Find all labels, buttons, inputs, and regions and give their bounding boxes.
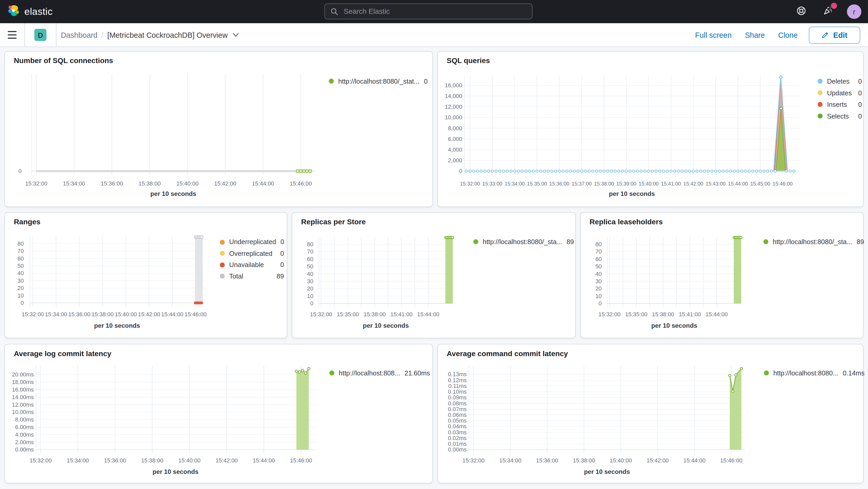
edit-button[interactable]: Edit	[809, 26, 861, 43]
menu-icon[interactable]	[8, 31, 17, 39]
newsfeed-button[interactable]	[820, 4, 835, 19]
breadcrumb-dashboard[interactable]: Dashboard	[61, 31, 97, 39]
svg-text:2,000: 2,000	[448, 157, 462, 163]
legend-value: 21.60ms	[400, 369, 430, 377]
legend-item[interactable]: http://localhost:808...21.60ms	[330, 367, 429, 379]
toolbar-actions: Full screen Share Clone Edit	[688, 26, 861, 43]
chevron-down-icon[interactable]	[233, 32, 240, 37]
legend-item[interactable]: http://localhost:8080/_sta...89	[473, 236, 570, 248]
svg-text:80: 80	[18, 241, 24, 247]
legend-value: 0	[420, 78, 428, 85]
clone-button[interactable]: Clone	[771, 31, 804, 39]
full-screen-button[interactable]: Full screen	[688, 31, 738, 39]
svg-text:0: 0	[21, 300, 24, 306]
svg-text:15:46:00: 15:46:00	[184, 311, 207, 317]
legend-value: 0	[854, 112, 862, 120]
legend-item[interactable]: Deletes0	[818, 75, 862, 87]
panel-replicas-per-store: Replicas per Store 8070605040302010015:3…	[292, 212, 576, 338]
global-search[interactable]	[324, 3, 533, 20]
svg-text:0.00ms: 0.00ms	[15, 446, 34, 453]
legend-item[interactable]: http://localhost:8080...0.14ms	[764, 367, 854, 379]
svg-text:15:34:00: 15:34:00	[63, 180, 85, 187]
divider	[56, 23, 57, 47]
legend-item[interactable]: http://localhost:8080/_sta...89	[763, 236, 859, 248]
user-avatar[interactable]: r	[847, 4, 861, 19]
panel-title[interactable]: SQL queries	[446, 57, 490, 65]
panel-sql-queries: SQL queries 16,00014,00012,00010,0008,00…	[437, 51, 864, 207]
svg-text:80: 80	[595, 241, 601, 247]
legend-item[interactable]: Unavailable0	[220, 259, 284, 271]
legend-label: http://localhost:8080/_stat...	[338, 78, 420, 85]
panel-title[interactable]: Ranges	[14, 217, 40, 226]
svg-text:15:38:00: 15:38:00	[652, 311, 674, 317]
svg-text:15:35:00: 15:35:00	[337, 311, 359, 317]
legend-item[interactable]: http://localhost:8080/_stat...0	[329, 75, 427, 87]
svg-text:0: 0	[310, 300, 313, 307]
svg-text:12,000: 12,000	[445, 103, 462, 110]
legend-item[interactable]: Inserts0	[818, 98, 862, 110]
search-input[interactable]	[343, 7, 511, 16]
svg-text:50: 50	[307, 263, 313, 270]
legend-item[interactable]: Total89	[220, 270, 284, 282]
svg-text:15:46:00: 15:46:00	[290, 457, 312, 464]
share-button[interactable]: Share	[738, 31, 772, 39]
pencil-icon	[822, 30, 830, 40]
chart-canvas[interactable]: 0.13ms0.12ms0.11ms0.10ms0.09ms0.08ms0.07…	[438, 344, 864, 484]
help-button[interactable]	[794, 4, 808, 19]
svg-text:15:33:00: 15:33:00	[482, 181, 502, 186]
breadcrumb: Dashboard / [Metricbeat CockroachDB] Ove…	[61, 31, 239, 39]
page-title: [Metricbeat CockroachDB] Overview	[107, 31, 227, 39]
panel-title[interactable]: Replica leaseholders	[590, 217, 663, 226]
svg-text:per 10 seconds: per 10 seconds	[584, 468, 630, 476]
svg-text:15:32:00: 15:32:00	[460, 181, 480, 186]
panel-title[interactable]: Average log commit latency	[14, 349, 111, 358]
svg-text:15:43:00: 15:43:00	[706, 181, 725, 186]
panel-title[interactable]: Average command commit latency	[446, 349, 568, 358]
edit-label: Edit	[833, 31, 847, 39]
svg-text:15:40:00: 15:40:00	[178, 457, 200, 464]
chart-canvas[interactable]: 8070605040302010015:32:0015:35:0015:38:0…	[581, 213, 864, 339]
chart-canvas[interactable]: 20.00ms18.00ms16.00ms14.00ms12.00ms10.00…	[5, 344, 433, 484]
legend-label: http://localhost:8080/_sta...	[773, 238, 852, 246]
elastic-logo[interactable]: elastic	[8, 4, 53, 19]
svg-text:6,000: 6,000	[448, 136, 462, 142]
svg-text:15:36:00: 15:36:00	[549, 181, 569, 186]
chart-canvas[interactable]: 015:32:0015:34:0015:36:0015:38:0015:40:0…	[5, 52, 433, 208]
dashboard-badge[interactable]: D	[34, 29, 46, 41]
svg-text:20: 20	[595, 285, 601, 292]
legend-label: Overreplicated	[229, 250, 272, 257]
svg-text:60: 60	[595, 256, 601, 262]
badge-letter: D	[38, 31, 43, 39]
legend-dot-icon	[473, 239, 478, 244]
svg-text:40: 40	[18, 270, 24, 276]
panel-title[interactable]: Number of SQL connections	[14, 57, 113, 65]
svg-text:15:46:00: 15:46:00	[773, 181, 793, 186]
svg-text:70: 70	[595, 248, 601, 255]
svg-text:15:38:00: 15:38:00	[364, 311, 386, 317]
chart-canvas[interactable]: 8070605040302010015:32:0015:35:0015:38:0…	[292, 213, 576, 339]
svg-text:10,000: 10,000	[445, 114, 462, 121]
legend-item[interactable]: Selects0	[818, 110, 862, 122]
svg-text:14,000: 14,000	[445, 93, 462, 99]
panel-average-command-commit-latency: Average command commit latency 0.13ms0.1…	[437, 344, 864, 484]
svg-text:15:38:00: 15:38:00	[138, 180, 161, 187]
lifebuoy-icon	[796, 5, 806, 18]
svg-text:10.00ms: 10.00ms	[12, 409, 34, 415]
legend-label: Selects	[827, 112, 849, 120]
legend-dot-icon	[330, 370, 334, 375]
svg-text:8.00ms: 8.00ms	[15, 416, 34, 423]
legend-item[interactable]: Underreplicated0	[220, 237, 284, 248]
legend-item[interactable]: Updates0	[818, 87, 862, 99]
panel-title[interactable]: Replicas per Store	[301, 217, 366, 226]
chart-canvas[interactable]: 16,00014,00012,00010,0008,0006,0004,0002…	[438, 52, 864, 208]
legend-item[interactable]: Overreplicated0	[220, 248, 284, 259]
notification-dot	[831, 3, 837, 9]
svg-text:15:38:00: 15:38:00	[91, 311, 114, 317]
legend-dot-icon	[818, 102, 823, 107]
legend-dot-icon	[818, 79, 823, 84]
svg-text:15:41:00: 15:41:00	[661, 181, 681, 186]
svg-text:2.00ms: 2.00ms	[15, 439, 34, 446]
svg-text:15:42:00: 15:42:00	[216, 457, 238, 464]
legend-dot-icon	[220, 274, 225, 279]
legend-label: Inserts	[827, 100, 847, 109]
